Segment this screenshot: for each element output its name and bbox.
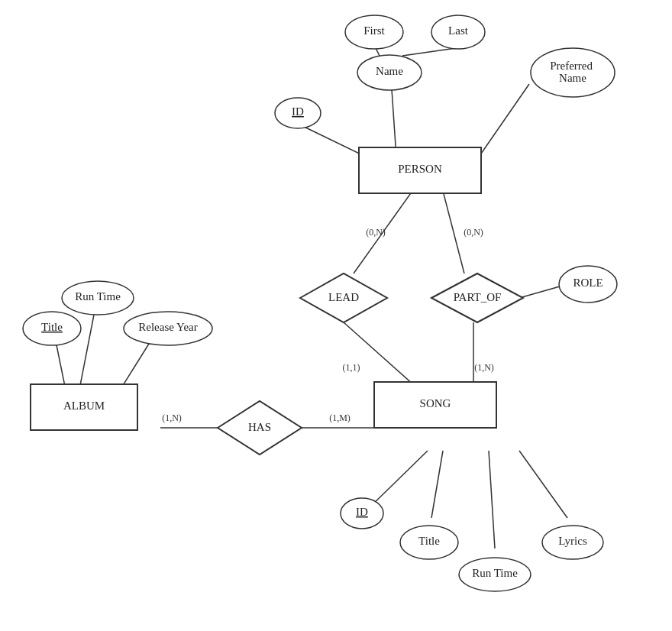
entity-person-label: PERSON [398,163,442,175]
svg-line-16 [431,451,443,518]
svg-line-6 [443,191,464,273]
entity-song-label: SONG [420,397,451,409]
svg-line-3 [402,48,456,56]
attr-album-runtime-label: Run Time [75,290,121,303]
attr-song-runtime-label: Run Time [472,567,518,579]
attr-person-id-label: ID [292,105,304,118]
attr-song-lyrics-label: Lyrics [558,535,587,547]
cardinality-lead-person: (0,N) [366,227,386,238]
entity-album-label: ALBUM [63,400,105,412]
cardinality-partof-song: (1,N) [474,362,494,373]
attr-person-name-label: Name [376,65,403,77]
svg-line-9 [519,286,560,298]
cardinality-partof-person: (0,N) [464,227,483,238]
relationship-has-label: HAS [248,421,271,433]
cardinality-has-song: (1,M) [329,413,351,423]
relationship-part-of-label: PART_OF [454,291,502,303]
cardinality-lead-song: (1,1) [343,362,360,373]
cardinality-has-album: (1,N) [162,413,182,423]
svg-line-18 [519,451,567,518]
attr-role-label: ROLE [573,277,603,289]
svg-line-17 [489,451,495,548]
relationship-lead-label: LEAD [328,291,359,303]
attr-person-last-label: Last [448,24,469,37]
attr-person-first-label: First [363,24,385,37]
attr-album-title-label: Title [41,321,63,333]
attr-album-releaseyear-label: Release Year [138,321,197,333]
attr-song-title-label: Title [418,535,440,547]
attr-song-id-label: ID [356,506,368,518]
